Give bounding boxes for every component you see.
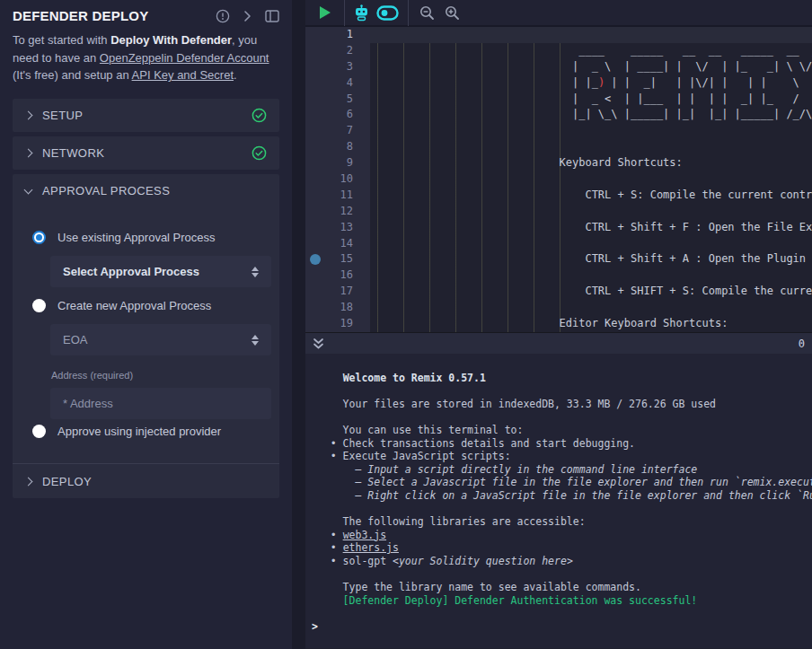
chevron-right-icon[interactable] bbox=[243, 10, 252, 22]
code-editor[interactable]: 12 ____ _____ __ __ _____ __ __3 | _ \ |… bbox=[305, 27, 812, 332]
line-number[interactable]: 19 bbox=[305, 316, 370, 332]
approval-process-select[interactable]: Select Approval Process bbox=[50, 256, 271, 287]
radio-use-existing[interactable]: Use existing Approval Process bbox=[32, 231, 216, 244]
editor-line[interactable]: 9 Keyboard Shortcuts: bbox=[305, 155, 812, 171]
terminal-line: • Execute JavaScript scripts: bbox=[312, 450, 812, 463]
radio-checked-icon[interactable] bbox=[32, 231, 46, 244]
editor-line[interactable]: 15 CTRL + Shift + A : Open the Plugin Ma… bbox=[305, 251, 812, 267]
terminal-line: – Select a Javascript file in the file e… bbox=[312, 476, 812, 489]
api-key-link[interactable]: API Key and Secret bbox=[132, 68, 234, 82]
editor-line[interactable]: 8 bbox=[305, 139, 812, 155]
zoom-in-icon[interactable] bbox=[445, 5, 460, 21]
chevron-down-icon bbox=[24, 185, 33, 194]
line-number[interactable]: 9 bbox=[305, 155, 370, 171]
line-number[interactable]: 17 bbox=[305, 284, 370, 300]
terminal-link[interactable]: web3.js bbox=[343, 529, 386, 541]
terminal-line bbox=[312, 410, 812, 424]
breakpoint-dot-icon[interactable] bbox=[310, 254, 321, 265]
editor-line[interactable]: 14 bbox=[305, 236, 812, 252]
zoom-out-icon[interactable] bbox=[419, 5, 435, 21]
approval-type-select[interactable]: EOA bbox=[50, 324, 271, 355]
editor-line[interactable]: 17 CTRL + SHIFT + S: Compile the current… bbox=[305, 284, 812, 300]
editor-column: 12 ____ _____ __ __ _____ __ __3 | _ \ |… bbox=[305, 0, 812, 649]
editor-toolbar bbox=[305, 0, 812, 27]
line-number[interactable]: 12 bbox=[305, 204, 370, 220]
select-arrows-icon bbox=[252, 267, 259, 277]
line-number[interactable]: 3 bbox=[305, 59, 370, 75]
check-circle-icon bbox=[252, 108, 267, 123]
section-approval-card: APPROVAL PROCESS Use existing Approval P… bbox=[13, 174, 279, 498]
section-network[interactable]: NETWORK bbox=[13, 136, 279, 170]
radio-unchecked-icon[interactable] bbox=[32, 425, 46, 438]
editor-line[interactable]: 19 Editor Keyboard Shortcuts: bbox=[305, 316, 812, 332]
defender-account-link[interactable]: OpenZeppelin Defender Account bbox=[100, 51, 269, 65]
radio-injected-provider[interactable]: Approve using injected provider bbox=[32, 425, 221, 438]
line-number[interactable]: 14 bbox=[305, 236, 370, 252]
line-number[interactable]: 8 bbox=[305, 139, 370, 155]
line-number[interactable]: 7 bbox=[305, 123, 370, 139]
editor-line[interactable]: 4 | |_) | | _| | |\/| | | | \ / bbox=[305, 75, 812, 92]
editor-line[interactable]: 11 CTRL + S: Compile the current contrac… bbox=[305, 188, 812, 204]
radio-create-new[interactable]: Create new Approval Process bbox=[32, 299, 211, 312]
defender-deploy-panel: DEFENDER DEPLOY To get started with Depl… bbox=[0, 0, 292, 649]
terminal-line: • web3.js bbox=[312, 529, 812, 542]
run-script-icon[interactable] bbox=[319, 5, 332, 20]
terminal-line: [Defender Deploy] Defender Authenticatio… bbox=[312, 594, 812, 608]
toolbar-separator bbox=[408, 0, 409, 26]
line-number[interactable]: 13 bbox=[305, 220, 370, 236]
line-number[interactable]: 6 bbox=[305, 107, 370, 123]
intro-bold: Deploy With Defender bbox=[110, 33, 232, 47]
intro-text: To get started with Deploy With Defender… bbox=[13, 31, 279, 84]
editor-line[interactable]: 16 bbox=[305, 267, 812, 284]
editor-line[interactable]: 13 CTRL + Shift + F : Open the File Expl… bbox=[305, 220, 812, 236]
terminal-line bbox=[312, 503, 812, 516]
chevron-right-icon bbox=[24, 111, 33, 120]
split-panel-icon[interactable] bbox=[265, 10, 279, 22]
select-arrows-icon bbox=[252, 335, 259, 346]
check-circle-icon bbox=[252, 145, 267, 161]
toggle-on-icon[interactable] bbox=[376, 5, 399, 21]
terminal-prompt[interactable]: > bbox=[312, 620, 812, 634]
double-chevron-down-icon[interactable] bbox=[313, 338, 324, 350]
line-number[interactable]: 16 bbox=[305, 267, 370, 284]
terminal-line: The following libraries are accessible: bbox=[312, 515, 812, 529]
line-number[interactable]: 15 bbox=[305, 251, 370, 267]
line-number[interactable]: 2 bbox=[305, 43, 370, 59]
terminal-output[interactable]: Welcome to Remix 0.57.1 Your files are s… bbox=[305, 354, 812, 648]
radio-unchecked-icon[interactable] bbox=[32, 299, 46, 312]
section-setup[interactable]: SETUP bbox=[13, 99, 279, 132]
chevron-right-icon bbox=[24, 149, 33, 158]
address-label: Address (required) bbox=[51, 370, 133, 381]
editor-line[interactable]: 7 bbox=[305, 123, 812, 139]
terminal-bar: 0 bbox=[305, 332, 812, 354]
editor-line[interactable]: 18 bbox=[305, 300, 812, 316]
editor-line[interactable]: 1 bbox=[305, 27, 812, 43]
terminal-line bbox=[312, 568, 812, 582]
section-deploy[interactable]: DEPLOY bbox=[13, 464, 279, 498]
terminal-line bbox=[312, 384, 812, 398]
alert-circle-icon[interactable] bbox=[216, 9, 230, 23]
terminal-line: Type the library name to see available c… bbox=[312, 581, 812, 594]
terminal-line: You can use this terminal to: bbox=[312, 424, 812, 437]
editor-line[interactable]: 5 | _ < | |___ | | | | _| |_ / \ bbox=[305, 92, 812, 108]
editor-lines: 12 ____ _____ __ __ _____ __ __3 | _ \ |… bbox=[305, 27, 812, 332]
terminal-line: • Check transactions details and start d… bbox=[312, 437, 812, 451]
toolbar-separator bbox=[344, 0, 345, 26]
line-number[interactable]: 10 bbox=[305, 171, 370, 188]
editor-line[interactable]: 12 bbox=[305, 204, 812, 220]
ai-assistant-icon[interactable] bbox=[353, 4, 370, 22]
line-number[interactable]: 18 bbox=[305, 300, 370, 316]
terminal-line: Welcome to Remix 0.57.1 bbox=[312, 372, 812, 385]
terminal-lines: Welcome to Remix 0.57.1 Your files are s… bbox=[312, 358, 812, 620]
line-number[interactable]: 1 bbox=[305, 27, 370, 43]
editor-line[interactable]: 6 |_| \_\ |_____| |_| |_| |_____| /_/\_\ bbox=[305, 107, 812, 123]
line-number[interactable]: 11 bbox=[305, 188, 370, 204]
editor-line[interactable]: 10 bbox=[305, 171, 812, 188]
terminal-link[interactable]: ethers.js bbox=[343, 541, 399, 554]
editor-line[interactable]: 3 | _ \ | ____| | \/ | |_ _| \ \/ / bbox=[305, 59, 812, 75]
editor-line[interactable]: 2 ____ _____ __ __ _____ __ __ bbox=[305, 43, 812, 59]
line-number[interactable]: 4 bbox=[305, 75, 370, 92]
line-number[interactable]: 5 bbox=[305, 92, 370, 108]
address-input[interactable] bbox=[50, 388, 271, 419]
section-approval-process[interactable]: APPROVAL PROCESS bbox=[13, 174, 279, 207]
